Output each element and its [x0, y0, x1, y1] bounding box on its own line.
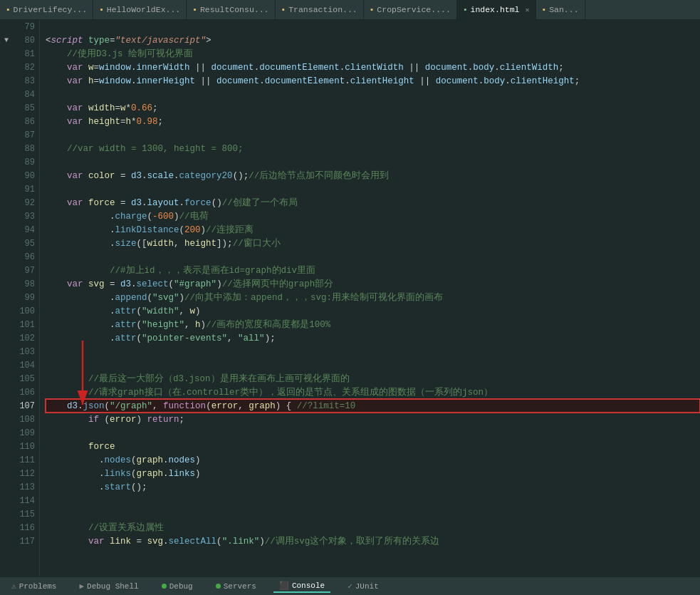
line-num-80: 80: [13, 33, 39, 47]
fold-row-89: [0, 155, 13, 169]
tab-bar: ▪ DriverLifecy... ▪ HelloWorldEx... ▪ Re…: [0, 0, 700, 20]
fold-row-90: [0, 169, 13, 182]
line-num-84: 84: [13, 88, 39, 101]
fold-row-94: [0, 223, 13, 237]
code-line-91: [46, 182, 700, 196]
line-num-88: 88: [13, 142, 39, 155]
line-num-104: 104: [13, 358, 39, 372]
fold-row-111: [0, 453, 13, 467]
code-line-112: .links(graph.links): [46, 467, 700, 480]
code-line-101: .attr("height", h)//画布的宽度和高度都是100%: [46, 318, 700, 331]
tab-cropservice[interactable]: ▪ CropService....: [364, 0, 457, 19]
line-num-94: 94: [13, 223, 39, 237]
fold-row-80[interactable]: ▼: [0, 33, 13, 47]
fold-row-103: [0, 345, 13, 358]
debug-status-dot: [162, 584, 167, 589]
code-line-80: <script type="text/javascript">: [46, 33, 700, 47]
fold-row-91: [0, 182, 13, 196]
code-line-79: [46, 20, 700, 33]
line-num-90: 90: [13, 169, 39, 182]
problems-icon: ⚠: [11, 581, 16, 591]
tab-san[interactable]: ▪ San...: [536, 0, 585, 19]
fold-row-108: [0, 413, 13, 426]
code-line-83: var h=window.innerHeight || document.doc…: [46, 74, 700, 88]
fold-row-92: [0, 196, 13, 209]
code-line-102: .attr("pointer-events", "all");: [46, 331, 700, 345]
status-tab-junit[interactable]: ✓ JUnit: [342, 580, 385, 592]
fold-row-104: [0, 358, 13, 372]
code-line-88: //var width = 1300, height = 800;: [46, 142, 700, 155]
code-line-99: .append("svg")//向其中添加：append，，，svg:用来绘制可…: [46, 291, 700, 304]
line-num-93: 93: [13, 209, 39, 223]
js-icon: ▪: [542, 6, 547, 14]
tab-driverlifecycle[interactable]: ▪ DriverLifecy...: [0, 0, 93, 19]
fold-row-96: [0, 250, 13, 264]
line-num-101: 101: [13, 318, 39, 331]
line-num-95: 95: [13, 237, 39, 250]
fold-row-105: [0, 372, 13, 386]
fold-row-102: [0, 331, 13, 345]
fold-row-114: [0, 494, 13, 507]
tab-indexhtml[interactable]: ▪ index.html ✕: [457, 0, 536, 19]
line-num-117: 117: [13, 534, 39, 548]
line-num-113: 113: [13, 480, 39, 494]
line-num-116: 116: [13, 521, 39, 534]
js-icon: ▪: [99, 6, 104, 14]
tab-label: ResultConsu...: [200, 5, 269, 14]
status-tab-debug[interactable]: Debug: [156, 581, 199, 592]
fold-row-101: [0, 318, 13, 331]
js-icon: ▪: [370, 6, 375, 14]
fold-gutter: ▼: [0, 20, 13, 576]
code-line-117: var link = svg.selectAll(".link")//调用svg…: [46, 534, 700, 548]
code-line-93: .charge(-600)//电荷: [46, 209, 700, 223]
status-tab-servers[interactable]: Servers: [210, 581, 262, 592]
fold-row-79: [0, 20, 13, 33]
fold-row-106: [0, 386, 13, 399]
code-line-107: d3.json("/graph", function(error, graph)…: [46, 399, 700, 413]
tab-close-button[interactable]: ✕: [526, 6, 530, 14]
tab-resultconsumer[interactable]: ▪ ResultConsu...: [187, 0, 275, 19]
console-icon: ⬛: [279, 581, 289, 590]
js-icon: ▪: [281, 6, 286, 14]
fold-row-107: [0, 399, 13, 413]
status-tab-problems[interactable]: ⚠ Problems: [6, 580, 62, 592]
code-line-104: [46, 358, 700, 372]
line-num-82: 82: [13, 61, 39, 74]
line-num-102: 102: [13, 331, 39, 345]
fold-row-84: [0, 88, 13, 101]
code-area[interactable]: <script type="text/javascript"> //使用D3.j…: [40, 20, 700, 576]
code-line-86: var height=h*0.98;: [46, 115, 700, 128]
code-line-115: [46, 507, 700, 521]
editor-window: ▪ DriverLifecy... ▪ HelloWorldEx... ▪ Re…: [0, 0, 700, 595]
line-numbers: 79 80 81 82 83 84 85 86 87 88 89 90 91 9…: [13, 20, 40, 576]
code-line-97: //#加上id，，，表示是画在id=graph的div里面: [46, 264, 700, 277]
status-tab-debug-shell[interactable]: ▶ Debug Shell: [73, 580, 144, 592]
line-num-99: 99: [13, 291, 39, 304]
fold-row-117: [0, 534, 13, 548]
tab-label: CropService....: [377, 5, 451, 14]
tab-transaction[interactable]: ▪ Transaction...: [276, 0, 364, 19]
line-num-86: 86: [13, 115, 39, 128]
line-num-100: 100: [13, 304, 39, 318]
tab-helloworldex[interactable]: ▪ HelloWorldEx...: [93, 0, 187, 19]
code-line-103: [46, 345, 700, 358]
code-line-92: var force = d3.layout.force()//创建了一个布局: [46, 196, 700, 209]
tab-label: DriverLifecy...: [14, 5, 88, 14]
fold-row-110: [0, 440, 13, 453]
fold-row-93: [0, 209, 13, 223]
line-num-83: 83: [13, 74, 39, 88]
code-line-82: var w=window.innerWidth || document.docu…: [46, 61, 700, 74]
fold-row-86: [0, 115, 13, 128]
line-num-91: 91: [13, 182, 39, 196]
line-num-103: 103: [13, 345, 39, 358]
line-num-92: 92: [13, 196, 39, 209]
line-num-98: 98: [13, 277, 39, 291]
code-line-81: //使用D3.js 绘制可视化界面: [46, 47, 700, 61]
code-line-116: //设置关系边属性: [46, 521, 700, 534]
fold-row-88: [0, 142, 13, 155]
line-num-107: 107: [13, 399, 39, 413]
line-num-110: 110: [13, 440, 39, 453]
code-line-95: .size([width, height]);//窗口大小: [46, 237, 700, 250]
status-tab-console[interactable]: ⬛ Console: [273, 579, 330, 593]
fold-row-95: [0, 237, 13, 250]
